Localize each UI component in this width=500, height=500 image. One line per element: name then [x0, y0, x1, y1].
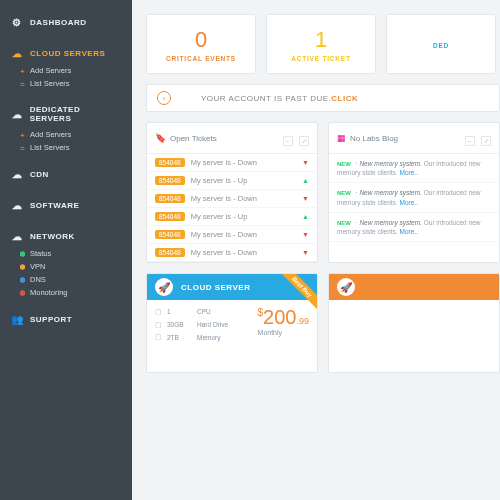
panel-header: ▦No Labs Blog − ⤢: [329, 123, 499, 154]
ticket-row[interactable]: 854048My server is - Up▲: [147, 208, 317, 226]
spec-row: ▢1CPU: [155, 306, 228, 319]
panel-header: 🔖Open Tickets − ⤢: [147, 123, 317, 154]
stat-label: CRITICAL EVENTS: [166, 55, 236, 62]
stat-card[interactable]: 1ACTIVE TICKET: [266, 14, 376, 74]
sidebar-item-software[interactable]: ☁SOFTWARE: [0, 195, 132, 216]
cloud-icon: ☁: [10, 48, 24, 59]
spec-value: 1: [167, 306, 193, 318]
sidebar-sub-add-servers[interactable]: Add Servers: [0, 128, 132, 141]
spec-value: 30GB: [167, 319, 193, 331]
sidebar-sub-dns[interactable]: DNS: [0, 273, 132, 286]
spec-icon: ▢: [155, 319, 163, 332]
blog-row[interactable]: NEW · New memory system. Our introduced …: [329, 183, 499, 212]
rocket-icon: 🚀: [337, 278, 355, 296]
sidebar-item-label: SUPPORT: [30, 315, 72, 324]
spec-icon: ▢: [155, 331, 163, 344]
open-tickets-panel: 🔖Open Tickets − ⤢ 854048My server is - D…: [146, 122, 318, 263]
dashboard-icon: ⚙: [10, 17, 24, 28]
stat-value: 0: [195, 27, 207, 53]
spec-label: Hard Drive: [197, 319, 228, 331]
stat-card[interactable]: DED: [386, 14, 496, 74]
ticket-text: My server is - Down: [191, 248, 257, 257]
sidebar-item-label: DEDICATED SERVERS: [30, 105, 122, 123]
sidebar-item-label: NETWORK: [30, 232, 75, 241]
ticket-text: My server is - Up: [191, 212, 248, 221]
sidebar-sub-status[interactable]: Status: [0, 247, 132, 260]
ticket-row[interactable]: 854048My server is - Up▲: [147, 172, 317, 190]
dedicated-icon: ☁: [10, 109, 24, 120]
blog-row[interactable]: NEW · New memory system. Our introduced …: [329, 213, 499, 242]
account-alert[interactable]: › YOUR ACCOUNT IS PAST DUE. CLICK: [146, 84, 500, 112]
blog-panel: ▦No Labs Blog − ⤢ NEW · New memory syste…: [328, 122, 500, 263]
blog-title: New memory system.: [359, 219, 421, 226]
ticket-row[interactable]: 854048My server is - Down▼: [147, 154, 317, 172]
stat-label: DED: [433, 42, 449, 49]
ticket-row[interactable]: 854048My server is - Down▼: [147, 190, 317, 208]
sidebar-sub-add-servers[interactable]: Add Servers: [0, 64, 132, 77]
sidebar-item-support[interactable]: 👥SUPPORT: [0, 309, 132, 330]
alert-arrow-icon: ›: [157, 91, 171, 105]
panel-minimize-button[interactable]: −: [465, 136, 475, 146]
product-row: 🚀 CLOUD SERVER ▢1CPU▢30GBHard Drive▢2TBM…: [146, 273, 500, 373]
new-tag: NEW: [337, 161, 351, 167]
spec-row: ▢30GBHard Drive: [155, 319, 228, 332]
panel-title-text: No Labs Blog: [350, 134, 398, 143]
new-tag: NEW: [337, 220, 351, 226]
sidebar-item-dashboard[interactable]: ⚙DASHBOARD: [0, 12, 132, 33]
new-tag: NEW: [337, 190, 351, 196]
status-down-icon: ▼: [302, 231, 309, 238]
product-header: 🚀: [329, 274, 499, 300]
stat-card[interactable]: 0CRITICAL EVENTS: [146, 14, 256, 74]
sidebar-item-label: DASHBOARD: [30, 18, 87, 27]
ticket-id-badge: 854048: [155, 176, 185, 185]
blog-row[interactable]: NEW · New memory system. Our introduced …: [329, 154, 499, 183]
sidebar-item-dedicated-servers[interactable]: ☁DEDICATED SERVERS: [0, 100, 132, 128]
spec-icon: ▢: [155, 306, 163, 319]
stats-row: 0CRITICAL EVENTS1ACTIVE TICKETDED: [146, 14, 500, 74]
sidebar-sub-vpn[interactable]: VPN: [0, 260, 132, 273]
status-up-icon: ▲: [302, 177, 309, 184]
price-whole: 200: [263, 306, 296, 328]
panel-title-text: Open Tickets: [170, 134, 217, 143]
rocket-icon: 🚀: [155, 278, 173, 296]
price-cents: .99: [296, 316, 309, 326]
blog-title: New memory system.: [359, 160, 421, 167]
product-name: CLOUD SERVER: [181, 283, 250, 292]
more-link[interactable]: More..: [400, 199, 418, 206]
more-link[interactable]: More..: [400, 228, 418, 235]
software-icon: ☁: [10, 200, 24, 211]
sidebar-sub-monotoring[interactable]: Monotoring: [0, 286, 132, 299]
product-price: $200.99 Monthly: [258, 306, 309, 344]
sidebar-sub-list-servers[interactable]: List Servers: [0, 141, 132, 154]
more-link[interactable]: More..: [400, 169, 418, 176]
sidebar-item-cdn[interactable]: ☁CDN: [0, 164, 132, 185]
sidebar-item-network[interactable]: ☁NETWORK: [0, 226, 132, 247]
blog-title: New memory system.: [359, 189, 421, 196]
ticket-text: My server is - Down: [191, 158, 257, 167]
sidebar-item-cloud-servers[interactable]: ☁CLOUD SERVERS: [0, 43, 132, 64]
sidebar-item-label: SOFTWARE: [30, 201, 79, 210]
ticket-id-badge: 854048: [155, 212, 185, 221]
ticket-id-badge: 854048: [155, 230, 185, 239]
panel-expand-button[interactable]: ⤢: [481, 136, 491, 146]
ticket-text: My server is - Down: [191, 230, 257, 239]
ticket-row[interactable]: 854048My server is - Down▼: [147, 226, 317, 244]
product-card[interactable]: 🚀 CLOUD SERVER ▢1CPU▢30GBHard Drive▢2TBM…: [146, 273, 318, 373]
panel-expand-button[interactable]: ⤢: [299, 136, 309, 146]
stat-value: 1: [315, 27, 327, 53]
spec-label: CPU: [197, 306, 211, 318]
product-card[interactable]: 🚀: [328, 273, 500, 373]
panel-minimize-button[interactable]: −: [283, 136, 293, 146]
ticket-text: My server is - Up: [191, 176, 248, 185]
alert-action[interactable]: CLICK: [331, 94, 358, 103]
ticket-id-badge: 854048: [155, 158, 185, 167]
price-period: Monthly: [258, 329, 309, 336]
spec-value: 2TB: [167, 332, 193, 344]
stat-label: ACTIVE TICKET: [291, 55, 351, 62]
sidebar-sub-list-servers[interactable]: List Servers: [0, 77, 132, 90]
grid-icon: ▦: [337, 133, 346, 143]
status-down-icon: ▼: [302, 195, 309, 202]
ticket-row[interactable]: 854048My server is - Down▼: [147, 244, 317, 262]
status-up-icon: ▲: [302, 213, 309, 220]
panels-row: 🔖Open Tickets − ⤢ 854048My server is - D…: [146, 122, 500, 263]
